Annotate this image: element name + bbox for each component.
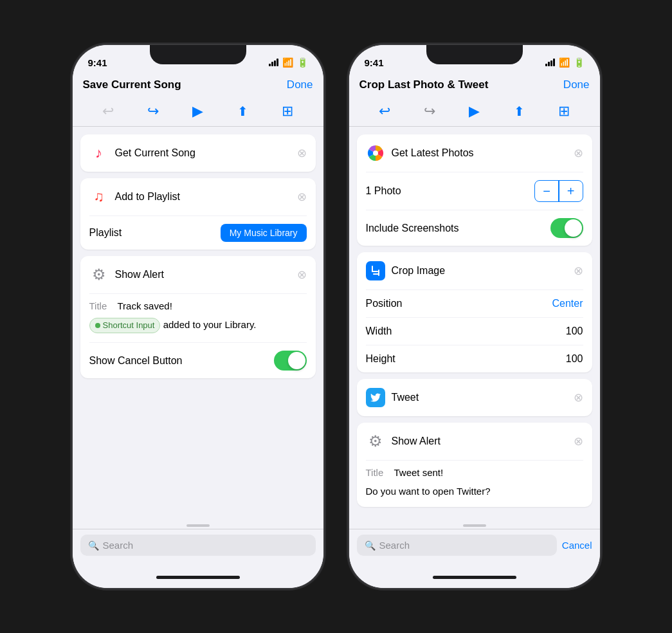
redo-icon-1[interactable]: ↪ (147, 103, 159, 120)
height-value: 100 (566, 353, 583, 365)
signal-bar-2 (271, 62, 273, 66)
search-input-1[interactable]: 🔍 Search (80, 535, 316, 556)
card-title-get-latest-photos: Get Latest Photos (392, 147, 474, 159)
settings-icon-2[interactable]: ⊞ (558, 103, 570, 120)
toggle-knob-1 (288, 352, 305, 369)
crop-icon (366, 261, 385, 280)
phone-2: 9:41 📶 🔋 Crop Last Photo & Tweet Done (349, 45, 600, 588)
height-label: Height (366, 353, 395, 365)
card-header-left-5: Crop Image (366, 261, 446, 280)
status-time-2: 9:41 (365, 57, 384, 68)
card-header-left-3: ⚙ Show Alert (89, 265, 164, 284)
title-label-1: Title (89, 300, 113, 311)
card-add-to-playlist: ♫ Add to Playlist ⊗ Playlist My Music Li… (80, 178, 316, 250)
search-cancel-button[interactable]: Cancel (562, 540, 592, 551)
card-header-left-6: Tweet (366, 388, 419, 407)
my-music-library-button[interactable]: My Music Library (221, 224, 307, 242)
settings-icon-1[interactable]: ⊞ (282, 103, 293, 120)
wifi-icon-1: 📶 (282, 57, 293, 68)
photo-stepper[interactable]: − + (534, 180, 583, 202)
alert-content-1: Title Track saved! Shortcut Input added … (80, 294, 316, 342)
share-icon-2[interactable]: ⬆ (514, 104, 525, 119)
position-label: Position (366, 298, 403, 309)
show-cancel-label: Show Cancel Button (89, 355, 183, 367)
close-icon-crop-image[interactable]: ⊗ (574, 264, 583, 278)
signal-bar-8 (553, 59, 555, 66)
stepper-minus[interactable]: − (535, 181, 558, 201)
photo-count-row: 1 Photo − + (357, 172, 592, 210)
screen-2: 9:41 📶 🔋 Crop Last Photo & Tweet Done (349, 45, 600, 588)
card-get-current-song: ♪ Get Current Song ⊗ (80, 134, 316, 172)
close-icon-tweet[interactable]: ⊗ (574, 390, 583, 405)
signal-bars-1 (269, 59, 278, 66)
card-title-show-alert-1: Show Alert (115, 269, 164, 280)
card-get-latest-photos: Get Latest Photos ⊗ 1 Photo − + (357, 134, 592, 246)
width-row: Width 100 (357, 318, 592, 345)
show-cancel-toggle[interactable] (274, 351, 307, 371)
signal-bars-2 (545, 59, 555, 66)
toolbar-1: ↩ ↪ ▶ ⬆ ⊞ (73, 96, 323, 127)
wifi-icon-2: 📶 (559, 57, 570, 68)
search-bar-2: 🔍 Search Cancel (349, 529, 600, 566)
nav-done-2[interactable]: Done (563, 78, 590, 91)
home-indicator-2 (349, 566, 600, 588)
width-value: 100 (566, 326, 583, 337)
close-icon-show-alert-2[interactable]: ⊗ (574, 434, 583, 448)
signal-bar-7 (550, 60, 552, 66)
card-header-show-alert-2: ⚙ Show Alert ⊗ (357, 423, 592, 460)
card-title-get-current-song: Get Current Song (115, 147, 195, 159)
nav-done-1[interactable]: Done (287, 78, 313, 91)
close-icon-add-to-playlist[interactable]: ⊗ (297, 190, 307, 204)
close-icon-get-current-song[interactable]: ⊗ (297, 146, 307, 160)
card-title-add-to-playlist: Add to Playlist (115, 191, 180, 203)
svg-rect-3 (372, 271, 378, 272)
alert-title-row-1: Title Track saved! (89, 300, 307, 311)
svg-rect-5 (373, 273, 379, 275)
position-value[interactable]: Center (552, 298, 583, 309)
alert-title-row-2: Title Tweet sent! (366, 467, 583, 478)
card-header-get-current-song: ♪ Get Current Song ⊗ (80, 134, 316, 172)
nav-title-1: Save Current Song (83, 78, 181, 91)
play-icon-1[interactable]: ▶ (192, 103, 203, 120)
content-1: ♪ Get Current Song ⊗ ♫ (73, 127, 323, 525)
stepper-plus[interactable]: + (559, 181, 583, 201)
close-icon-get-latest-photos[interactable]: ⊗ (574, 146, 583, 160)
include-screenshots-toggle[interactable] (550, 218, 583, 238)
status-icons-1: 📶 🔋 (269, 57, 308, 68)
undo-icon-2[interactable]: ↩ (379, 103, 390, 120)
title-value-1: Track saved! (118, 300, 172, 311)
search-input-2[interactable]: 🔍 Search (357, 535, 557, 556)
toolbar-2: ↩ ↪ ▶ ⬆ ⊞ (349, 96, 600, 127)
redo-icon-2[interactable]: ↪ (424, 103, 435, 120)
shortcut-input-pill[interactable]: Shortcut Input (89, 318, 161, 333)
alert-body-suffix: added to your Library. (163, 319, 257, 330)
alert-body-2: Do you want to open Twitter? (366, 484, 583, 498)
alert-body-1: Shortcut Input added to your Library. (89, 318, 307, 333)
home-bar-2 (433, 576, 516, 579)
search-icon-2: 🔍 (365, 540, 376, 551)
card-header-left-4: Get Latest Photos (366, 143, 474, 163)
alert-content-2: Title Tweet sent! Do you want to open Tw… (357, 461, 592, 507)
close-icon-show-alert-1[interactable]: ⊗ (297, 268, 307, 282)
battery-icon-2: 🔋 (574, 57, 585, 68)
undo-icon-1[interactable]: ↩ (102, 103, 114, 120)
card-header-left-7: ⚙ Show Alert (366, 432, 440, 451)
card-crop-image: Crop Image ⊗ Position Center Width 100 (357, 252, 592, 372)
nav-bar-2: Crop Last Photo & Tweet Done (349, 73, 600, 96)
share-icon-1[interactable]: ⬆ (237, 104, 248, 119)
signal-bar-1 (269, 64, 271, 66)
play-icon-2[interactable]: ▶ (469, 103, 480, 120)
playlist-label: Playlist (89, 227, 122, 239)
status-time-1: 9:41 (88, 57, 107, 68)
card-header-add-to-playlist: ♫ Add to Playlist ⊗ (80, 178, 316, 216)
photo-count-label: 1 Photo (366, 185, 401, 197)
card-title-tweet: Tweet (392, 392, 419, 403)
shortcut-dot (95, 323, 100, 328)
width-label: Width (366, 326, 392, 337)
height-row: Height 100 (357, 345, 592, 372)
screen-1: 9:41 📶 🔋 Save Current Song Done (73, 45, 323, 588)
gear-icon-2: ⚙ (366, 432, 385, 451)
toggle-knob-2 (565, 219, 582, 237)
music-note-icon-1: ♪ (89, 143, 109, 163)
search-placeholder-2: Search (379, 540, 410, 551)
